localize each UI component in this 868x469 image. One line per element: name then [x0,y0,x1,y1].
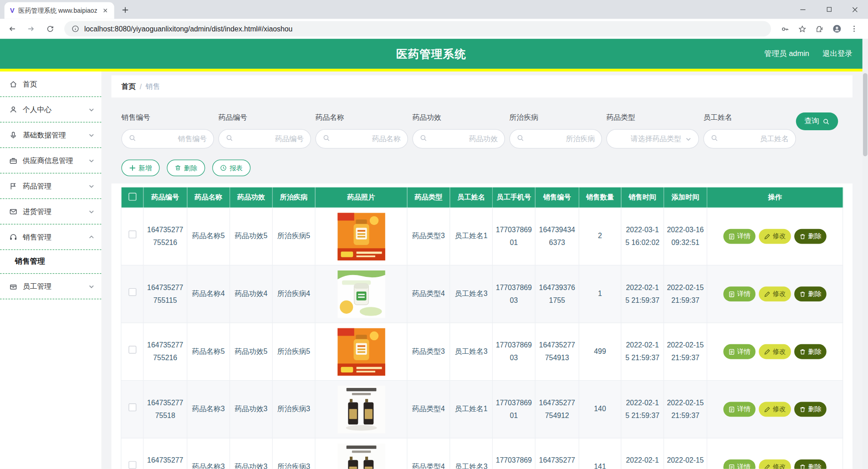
scrollbar-thumb[interactable] [863,73,868,157]
site-info-icon[interactable] [71,25,79,33]
orange-vitamin-bottle[interactable] [337,213,385,260]
sidebar-item-1[interactable]: 个人中心 [0,97,102,122]
bookmark-star-icon[interactable] [795,21,810,36]
detail-button[interactable]: 详情 [723,459,756,469]
select-all-checkbox[interactable] [128,193,136,200]
filter-input-1[interactable] [233,135,304,143]
delete-button[interactable]: 删除 [794,286,827,301]
edit-button[interactable]: 修改 [759,459,791,469]
cell-add_time: 2022-02-15 21:59:37 [664,438,707,469]
chevron-down-icon [88,208,95,215]
delete-button[interactable]: 删除 [794,344,827,359]
url-text: localhost:8080/yiyaoguanlixitong/admin/d… [84,25,292,33]
back-button[interactable] [5,21,20,36]
browser-tab[interactable]: V 医药管理系统 www.baipiaozh [5,2,114,19]
row-checkbox[interactable] [128,404,136,412]
sidebar-item-7[interactable]: 员工管理 [0,274,102,299]
sidebar-item-5[interactable]: 进货管理 [0,199,102,224]
table-row: 164735277755216药品名称5药品功效5所治疾病5药品类型3员工姓名3… [121,323,843,381]
cell-photo [315,438,407,469]
current-user-label: 管理员 admin [764,49,809,59]
filter-field-4 [510,129,602,149]
filter-input-3[interactable] [427,135,498,143]
row-checkbox[interactable] [128,288,136,296]
filter-input-6[interactable] [718,135,789,143]
sidebar-item-6[interactable]: 销售管理 [0,224,102,250]
row-checkbox[interactable] [128,461,136,469]
sidebar: 首页个人中心基础数据管理供应商信息管理药品管理进货管理销售管理销售管理员工管理 [0,71,102,469]
cell-qty: 2 [579,208,621,265]
forward-button[interactable] [23,21,39,36]
edit-button[interactable]: 修改 [759,344,791,359]
refresh-button[interactable] [42,21,58,36]
filter-field-0 [122,129,214,149]
edit-button[interactable]: 修改 [759,402,791,417]
cell-phone: 17703786903 [492,438,535,469]
cell-disease: 所治疾病3 [272,438,315,469]
dark-bottles[interactable] [337,443,385,469]
detail-button[interactable]: 详情 [723,344,756,359]
breadcrumb: 首页 / 销售 [112,76,853,98]
row-checkbox[interactable] [128,231,136,239]
sidebar-item-0[interactable]: 首页 [0,71,102,97]
password-key-icon[interactable] [778,21,793,36]
edit-button[interactable]: 修改 [759,229,791,244]
headset-icon [9,233,17,241]
search-button[interactable]: 查询 [796,112,838,130]
sidebar-subitem[interactable]: 销售管理 [0,250,102,274]
page-scrollbar[interactable] [863,39,868,469]
row-checkbox[interactable] [128,346,136,354]
orange-vitamin-bottle[interactable] [337,328,385,376]
cell-actions: 详情修改删除 [707,381,842,438]
delete-button[interactable]: 删除 [794,229,827,244]
detail-button[interactable]: 详情 [723,229,756,244]
cell-effect: 药品功效4 [230,265,272,323]
column-header: 药品编号 [143,187,187,208]
extensions-icon[interactable] [812,21,827,36]
new-tab-button[interactable] [118,3,133,17]
edit-button[interactable]: 修改 [759,286,791,301]
cell-drug_no: 164735277755216 [143,208,187,265]
filter-input-2[interactable] [330,135,401,143]
delete-button[interactable]: 删除 [794,459,827,469]
cell-employee: 员工姓名3 [450,438,493,469]
cell-drug_no: 164735277755216 [143,323,187,381]
table-row: 16473527775518药品名称3药品功效3所治疾病3药品类型4员工姓名31… [121,438,843,469]
sidebar-item-2[interactable]: 基础数据管理 [0,122,102,148]
chevron-down-icon [685,136,692,143]
add-button[interactable]: 新增 [122,160,160,177]
breadcrumb-home[interactable]: 首页 [122,82,136,92]
window-maximize-button[interactable] [816,0,842,19]
sidebar-item-4[interactable]: 药品管理 [0,173,102,199]
detail-button[interactable]: 详情 [723,402,756,417]
delete-button[interactable]: 删除 [794,402,827,417]
cell-add_time: 2022-02-15 21:59:37 [664,323,707,381]
profile-avatar[interactable] [829,21,844,36]
sidebar-item-3[interactable]: 供应商信息管理 [0,148,102,173]
select-all-header [121,187,143,208]
detail-button[interactable]: 详情 [723,286,756,301]
sales-table: 药品编号药品名称药品功效所治疾病药品照片药品类型员工姓名员工手机号销售编号销售数… [121,187,843,469]
address-bar[interactable]: localhost:8080/yiyaoguanlixitong/admin/d… [64,21,771,36]
table-row: 16473527775518药品名称3药品功效3所治疾病3药品类型4员工姓名11… [121,381,843,438]
cell-qty: 1 [579,265,621,323]
white-vitamin-jar[interactable] [337,270,385,318]
menu-dots-icon[interactable] [847,21,862,36]
filter-input-0[interactable] [136,135,207,143]
cell-photo [315,265,407,323]
report-button[interactable]: 报表 [212,160,250,177]
window-close-button[interactable] [842,0,868,19]
bulk-delete-button[interactable]: 删除 [167,160,205,177]
tab-title: 医药管理系统 www.baipiaozh [18,6,97,15]
screen: V 医药管理系统 www.baipiaozh [0,0,868,469]
browser-tab-strip: V 医药管理系统 www.baipiaozh [0,0,868,19]
dark-bottles[interactable] [337,386,385,433]
filter-select-5[interactable]: 请选择药品类型 [607,129,699,149]
filter-input-4[interactable] [524,135,595,143]
cell-actions: 详情修改删除 [707,265,842,323]
filter-field-6 [704,129,796,149]
tab-close-icon[interactable] [101,6,110,15]
window-minimize-button[interactable] [790,0,816,19]
logout-link[interactable]: 退出登录 [822,49,853,59]
cell-effect: 药品功效5 [230,208,272,265]
